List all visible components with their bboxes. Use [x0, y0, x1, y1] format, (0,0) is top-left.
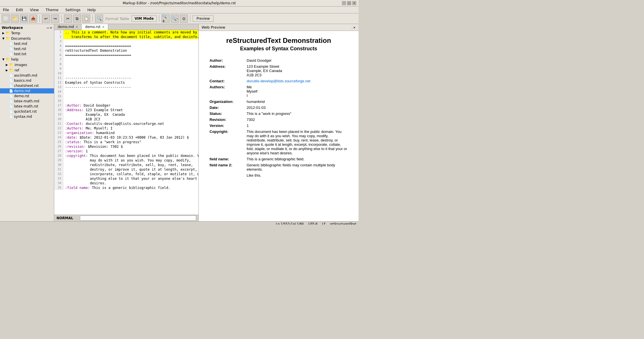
- line-number: 12: [54, 80, 63, 85]
- sidebar-item-test-md[interactable]: 📄 test.md: [0, 41, 54, 46]
- line-number: 30: [54, 163, 63, 167]
- menu-view[interactable]: View: [29, 7, 40, 13]
- line-content: :version: 1: [63, 149, 198, 153]
- preview-ctrl[interactable]: ⬜✕: [350, 26, 356, 29]
- open-file-btn[interactable]: 📁: [11, 15, 19, 23]
- separator-5: [190, 15, 190, 22]
- line-content: incorporate, collate, fold, staple, or m…: [63, 172, 198, 176]
- sidebar-ctrl-2[interactable]: ✕: [50, 26, 52, 29]
- sidebar-item-test-txt[interactable]: 📄 test.txt: [0, 51, 54, 57]
- sidebar-item-test-rst[interactable]: 📄 test.rst: [0, 46, 54, 51]
- vim-mode-btn[interactable]: VIM Mode: [132, 15, 157, 22]
- preview-field-name: Status:: [207, 111, 244, 117]
- save-file-btn[interactable]: 💾: [20, 15, 28, 23]
- tab-demo-md[interactable]: demo.md ✕: [54, 24, 82, 30]
- preview-field-name: [207, 172, 244, 178]
- sidebar-item-quickstart[interactable]: 📄 quickstart.rst: [0, 109, 54, 114]
- line-number: 21: [54, 121, 63, 126]
- editor-line: 8: [54, 62, 198, 67]
- sidebar-item-latex-md[interactable]: 📄 latex-math.md: [0, 99, 54, 104]
- sidebar-item-demo-md[interactable]: 📄 demo.md: [0, 88, 54, 93]
- zoom-out-btn[interactable]: 🔍-: [171, 15, 179, 23]
- cut-btn[interactable]: ✂: [64, 15, 72, 23]
- sidebar-item-images[interactable]: ▶ 📁 images: [0, 62, 54, 67]
- file-icon: 📄: [9, 52, 13, 56]
- preview-title-label: Web Preview: [202, 25, 225, 29]
- preview-field-value: This is a generic bibliographic field.: [244, 156, 350, 162]
- window-controls[interactable]: ─ □ ✕: [342, 1, 356, 5]
- preview-field-row: Date:2012-01-03: [207, 105, 350, 111]
- editor-statusbar: NORMAL: [54, 215, 198, 221]
- editor-line: 20 A1B 2C3: [54, 117, 198, 121]
- sidebar-item-demo-rst[interactable]: 📄 demo.rst: [0, 93, 54, 99]
- paste-btn[interactable]: 📋: [82, 15, 90, 23]
- menu-help[interactable]: Help: [86, 7, 97, 13]
- zoom-in-btn[interactable]: 🔍+: [162, 15, 170, 23]
- line-number: 29: [54, 158, 63, 163]
- sidebar-ctrl-1[interactable]: ▭: [47, 26, 49, 29]
- sidebar-item-asciimath[interactable]: 📄 asciimath.md: [0, 73, 54, 78]
- line-number: 3: [54, 39, 63, 44]
- preview-field-name: Organization:: [207, 99, 244, 105]
- sidebar-item-documents[interactable]: ▼ 📁 Documents: [0, 36, 54, 41]
- arrow-icon: ▼: [2, 58, 5, 61]
- preview-btn[interactable]: Preview: [193, 15, 214, 22]
- sidebar-item-cheatsheet[interactable]: 📄 cheatsheet.rst: [0, 83, 54, 88]
- editor-line: 33 anything else to it that your or anyo…: [54, 176, 198, 181]
- editor-line: 35:field name: This is a generic bibliog…: [54, 186, 198, 190]
- preview-content: reStructuredText Demonstration Examples …: [199, 31, 359, 221]
- editor-command-input[interactable]: [80, 216, 196, 221]
- titlebar: Markup Editor - /root/Projects/meditor/m…: [0, 0, 359, 7]
- menu-settings[interactable]: Settings: [64, 7, 82, 13]
- tab-close-demo-rst[interactable]: ✕: [102, 25, 104, 29]
- preview-field-value: 2012-01-03: [244, 105, 350, 111]
- preview-doc-title: reStructuredText Demonstration: [207, 37, 350, 45]
- new-file-btn[interactable]: ⬜: [2, 15, 10, 23]
- sidebar-item-syntax[interactable]: 📄 syntax.md: [0, 114, 54, 119]
- file-icon: 📄: [9, 74, 13, 77]
- close-btn[interactable]: ✕: [352, 1, 356, 5]
- file-icon: 📄: [9, 79, 13, 83]
- maximize-btn[interactable]: □: [347, 1, 351, 5]
- preview-field-name: Authors:: [207, 84, 244, 99]
- menu-file[interactable]: File: [2, 7, 10, 13]
- preview-field-link[interactable]: docutils-develop@lists.sourceforge.net: [247, 79, 310, 83]
- sidebar-item-temp[interactable]: ▶ 📁 Temp: [0, 30, 54, 36]
- tab-close-demo-md[interactable]: ✕: [76, 25, 78, 29]
- line-number: 4: [54, 44, 63, 48]
- sidebar-item-basics[interactable]: 📄 basics.md: [0, 78, 54, 83]
- preview-header-controls[interactable]: ⬜✕: [350, 25, 356, 29]
- preview-field-row: Status:This is a "work in progress": [207, 111, 350, 117]
- line-content: [63, 99, 198, 103]
- editor-line: 27:version: 1: [54, 149, 198, 153]
- export-btn[interactable]: 📤: [29, 15, 37, 23]
- sidebar-item-ref[interactable]: ▶ 📁 ref: [0, 67, 54, 73]
- editor-content[interactable]: 1.. This is a comment. Note how any init…: [54, 30, 198, 215]
- preview-panel: Web Preview ⬜✕ reStructuredText Demonstr…: [199, 24, 359, 221]
- preview-field-name: field name 2:: [207, 162, 244, 172]
- line-number: 9: [54, 67, 63, 71]
- bottom-statusbar: Ln 1/553 Col 1/80 UTF-8 LF reStructuredT…: [0, 221, 359, 225]
- redo-btn[interactable]: ↪: [51, 15, 59, 23]
- arrow-icon: ▼: [2, 37, 5, 40]
- sidebar-item-help[interactable]: ▼ 📁 help: [0, 57, 54, 62]
- menu-edit[interactable]: Edit: [15, 7, 24, 13]
- sidebar-controls[interactable]: ▭ ✕: [47, 26, 52, 29]
- minimize-btn[interactable]: ─: [342, 1, 346, 5]
- copy-btn[interactable]: ⧉: [73, 15, 81, 23]
- file-icon: 📄: [9, 94, 13, 98]
- zoom-reset-btn[interactable]: ⊙: [180, 15, 188, 23]
- tab-demo-rst[interactable]: demo.rst ✕: [82, 24, 108, 30]
- search-btn[interactable]: 🔍: [95, 15, 103, 23]
- folder-icon: 📁: [9, 63, 14, 67]
- sidebar: Workspace ▭ ✕ ▶ 📁 Temp ▼ 📁 Documents: [0, 24, 54, 221]
- tab-bar: demo.md ✕ demo.rst ✕: [54, 24, 198, 30]
- line-content: :Author: David Goodger: [63, 103, 198, 108]
- editor-area: demo.md ✕ demo.rst ✕ 1.. This is a comme…: [54, 24, 199, 221]
- line-number: 16: [54, 99, 63, 103]
- line-content: [63, 71, 198, 76]
- undo-btn[interactable]: ↩: [42, 15, 50, 23]
- sidebar-item-latex-rst[interactable]: 📄 latex-math.rst: [0, 104, 54, 109]
- menu-theme[interactable]: Theme: [45, 7, 60, 13]
- editor-line: 22:Authors: Me; Myself; I: [54, 126, 198, 131]
